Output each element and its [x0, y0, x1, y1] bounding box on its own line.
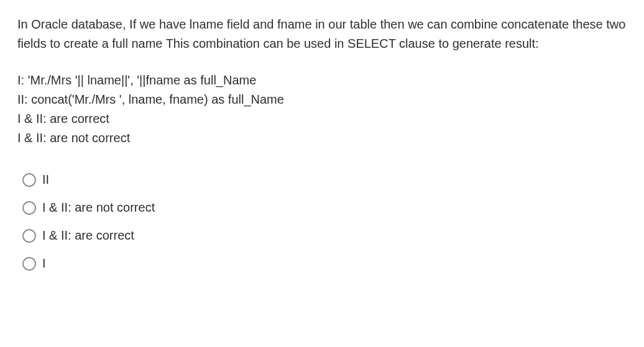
radio-icon[interactable] [22, 229, 36, 243]
statement-line: II: concat('Mr./Mrs ', lname, fname) as … [17, 90, 627, 109]
option-row[interactable]: I & II: are not correct [22, 198, 627, 217]
option-row[interactable]: I [22, 254, 627, 273]
option-label: II [42, 170, 49, 189]
question-stem-text: In Oracle database, If we have lname fie… [17, 17, 625, 50]
options-group: II I & II: are not correct I & II: are c… [17, 170, 627, 273]
statement-line: I: 'Mr./Mrs '|| lname||', '||fname as fu… [17, 71, 627, 90]
question-stem: In Oracle database, If we have lname fie… [17, 15, 627, 53]
option-row[interactable]: II [22, 170, 627, 189]
option-label: I [42, 254, 46, 273]
statement-line: I & II: are not correct [17, 128, 627, 148]
radio-icon[interactable] [22, 201, 36, 215]
option-row[interactable]: I & II: are correct [22, 226, 627, 245]
option-label: I & II: are not correct [42, 198, 155, 217]
question-statements: I: 'Mr./Mrs '|| lname||', '||fname as fu… [17, 71, 627, 148]
radio-icon[interactable] [22, 257, 36, 271]
statement-line: I & II: are correct [17, 109, 627, 128]
radio-icon[interactable] [22, 173, 36, 187]
option-label: I & II: are correct [42, 226, 134, 245]
